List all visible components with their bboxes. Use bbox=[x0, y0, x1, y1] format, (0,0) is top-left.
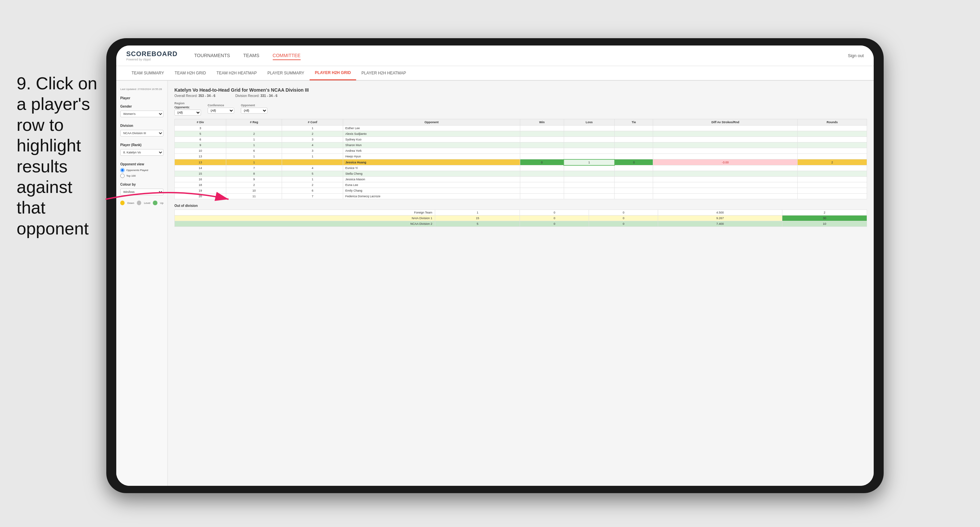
h2h-table: # Div # Reg # Conf Opponent Win Loss Tie… bbox=[174, 119, 867, 199]
table-header-row: # Div # Reg # Conf Opponent Win Loss Tie… bbox=[175, 119, 867, 125]
color-down-dot bbox=[120, 201, 124, 205]
sidebar-division-select[interactable]: NCAA Division III bbox=[120, 130, 164, 137]
color-legend: Down Level Up bbox=[120, 201, 164, 205]
filter-conference: Conference (All) bbox=[208, 103, 234, 114]
th-win: Win bbox=[520, 119, 564, 125]
th-conf: # Conf bbox=[282, 119, 343, 125]
color-up-dot bbox=[153, 201, 157, 205]
filter-region: Region Opponents: (All) bbox=[174, 102, 201, 116]
ood-row[interactable]: Foreign Team 1004.5002 bbox=[175, 210, 867, 216]
sidebar-colour-by-select[interactable]: Win/loss bbox=[120, 189, 164, 195]
filter-conference-select[interactable]: (All) bbox=[208, 108, 234, 114]
table-row[interactable]: 1585Stella Cheng bbox=[175, 171, 867, 177]
division-record: Division Record: 331 - 34 - 6 bbox=[235, 94, 277, 98]
grid-area: Katelyn Vo Head-to-Head Grid for Women's… bbox=[168, 81, 874, 486]
table-row[interactable]: 20117Federica Domecq Lacroze bbox=[175, 194, 867, 199]
table-row-highlighted[interactable]: 131Jessica Huang 0 1 0 -3.00 2 bbox=[175, 159, 867, 165]
th-reg: # Reg bbox=[226, 119, 282, 125]
filters-row: Region Opponents: (All) Conference (All) bbox=[174, 102, 867, 116]
color-level-dot bbox=[137, 201, 141, 205]
sub-nav-player-h2h-grid[interactable]: PLAYER H2H GRID bbox=[310, 66, 356, 80]
logo-powered: Powered by clippd bbox=[126, 58, 177, 61]
table-row[interactable]: 522Alexis Sudjianto bbox=[175, 131, 867, 137]
tablet-screen: SCOREBOARD Powered by clippd TOURNAMENTS… bbox=[116, 46, 874, 486]
nav-tournaments[interactable]: TOURNAMENTS bbox=[194, 51, 230, 60]
ood-row[interactable]: NCAA Division 2 5007.40010 bbox=[175, 221, 867, 227]
ood-table: Foreign Team 1004.5002 NAIA Division 1 1… bbox=[174, 210, 867, 227]
sidebar-player-rank-select[interactable]: 8. Katelyn Vo bbox=[120, 149, 164, 156]
sidebar: Last Updated: 27/03/2024 16:55:28 Player… bbox=[116, 81, 168, 486]
filter-region-select[interactable]: (All) bbox=[174, 110, 201, 116]
color-down-label: Down bbox=[127, 202, 134, 205]
color-level-label: Level bbox=[144, 202, 150, 205]
th-loss: Loss bbox=[564, 119, 614, 125]
table-row[interactable]: 1822Euna Lee bbox=[175, 182, 867, 188]
step-number: 9. bbox=[17, 74, 31, 93]
sub-nav-team-h2h-heatmap[interactable]: TEAM H2H HEATMAP bbox=[211, 66, 262, 80]
sidebar-colour-by-label: Colour by bbox=[120, 183, 164, 186]
sub-nav-player-h2h-heatmap[interactable]: PLAYER H2H HEATMAP bbox=[356, 66, 411, 80]
th-opponent: Opponent bbox=[343, 119, 520, 125]
nav-committee[interactable]: COMMITTEE bbox=[273, 51, 301, 60]
sub-nav-team-h2h-grid[interactable]: TEAM H2H GRID bbox=[169, 66, 211, 80]
grid-record: Overall Record: 353 - 34 - 6 Division Re… bbox=[174, 94, 867, 98]
nav-teams[interactable]: TEAMS bbox=[243, 51, 259, 60]
sidebar-player-rank-label: Player (Rank) bbox=[120, 143, 164, 147]
sidebar-player-label: Player bbox=[120, 96, 164, 100]
logo-area: SCOREBOARD Powered by clippd bbox=[126, 50, 177, 61]
out-of-division-title: Out of division bbox=[174, 204, 867, 208]
logo-scoreboard: SCOREBOARD bbox=[126, 50, 177, 58]
filter-conference-label: Conference bbox=[208, 103, 234, 107]
th-rounds: Rounds bbox=[798, 119, 867, 125]
table-row[interactable]: 1691Jessica Mason bbox=[175, 177, 867, 182]
top-nav: SCOREBOARD Powered by clippd TOURNAMENTS… bbox=[116, 46, 874, 66]
sidebar-opponent-view-label: Opponent view bbox=[120, 162, 164, 166]
sidebar-opponent-view-options: Opponents Played Top 100 bbox=[120, 168, 164, 178]
th-tie: Tie bbox=[614, 119, 653, 125]
main-content: Last Updated: 27/03/2024 16:55:28 Player… bbox=[116, 81, 874, 486]
nav-links: TOURNAMENTS TEAMS COMMITTEE bbox=[194, 51, 848, 60]
sidebar-gender-label: Gender bbox=[120, 105, 164, 108]
table-row[interactable]: 1063Andrea York bbox=[175, 148, 867, 154]
sub-nav-player-summary[interactable]: PLAYER SUMMARY bbox=[262, 66, 310, 80]
table-row[interactable]: 31Esther Lee bbox=[175, 125, 867, 131]
instruction-body: Click on a player's row to highlight res… bbox=[17, 74, 97, 238]
filter-opponent-select[interactable]: (All) bbox=[241, 108, 267, 114]
color-up-label: Up bbox=[160, 202, 164, 205]
table-row[interactable]: 1311Heejo Hyun bbox=[175, 154, 867, 159]
filter-opponent: Opponent (All) bbox=[241, 103, 267, 114]
sub-nav-team-summary[interactable]: TEAM SUMMARY bbox=[126, 66, 169, 80]
filter-region-label: Region bbox=[174, 102, 201, 105]
opponents-label: Opponents: bbox=[174, 106, 200, 109]
table-row[interactable]: 19106Emily Chang bbox=[175, 188, 867, 194]
sub-nav: TEAM SUMMARY TEAM H2H GRID TEAM H2H HEAT… bbox=[116, 66, 874, 81]
sidebar-radio-opponents-played[interactable]: Opponents Played bbox=[120, 168, 164, 172]
sidebar-gender-select[interactable]: Women's bbox=[120, 111, 164, 117]
sign-out-button[interactable]: Sign out bbox=[848, 53, 864, 58]
table-row[interactable]: 613Sydney Kuo bbox=[175, 137, 867, 143]
sidebar-radio-top100[interactable]: Top 100 bbox=[120, 174, 164, 178]
filter-opponent-label: Opponent bbox=[241, 103, 267, 107]
table-row[interactable]: 1474Eunice Yi bbox=[175, 165, 867, 171]
grid-title: Katelyn Vo Head-to-Head Grid for Women's… bbox=[174, 87, 867, 93]
tablet-frame: SCOREBOARD Powered by clippd TOURNAMENTS… bbox=[106, 38, 884, 493]
overall-record: Overall Record: 353 - 34 - 6 bbox=[174, 94, 215, 98]
sidebar-division-label: Division bbox=[120, 124, 164, 127]
instruction-text: 9. Click on a player's row to highlight … bbox=[17, 73, 103, 239]
th-diff: Diff Av Strokes/Rnd bbox=[653, 119, 798, 125]
ood-row[interactable]: NAIA Division 1 15009.26730 bbox=[175, 216, 867, 221]
th-div: # Div bbox=[175, 119, 226, 125]
table-row[interactable]: 914Sharon Mun bbox=[175, 143, 867, 148]
sidebar-timestamp: Last Updated: 27/03/2024 16:55:28 bbox=[120, 87, 164, 91]
